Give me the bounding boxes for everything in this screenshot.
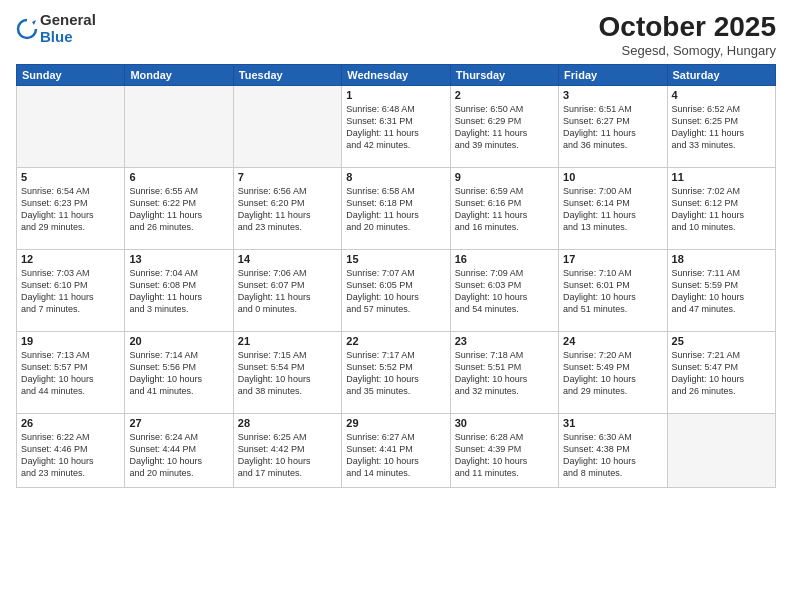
month-title: October 2025 <box>599 12 776 43</box>
day-info: Sunrise: 7:07 AMSunset: 6:05 PMDaylight:… <box>346 267 445 316</box>
table-row: 31Sunrise: 6:30 AMSunset: 4:38 PMDayligh… <box>559 413 667 487</box>
table-row: 7Sunrise: 6:56 AMSunset: 6:20 PMDaylight… <box>233 167 341 249</box>
table-row: 14Sunrise: 7:06 AMSunset: 6:07 PMDayligh… <box>233 249 341 331</box>
table-row: 3Sunrise: 6:51 AMSunset: 6:27 PMDaylight… <box>559 85 667 167</box>
col-wednesday: Wednesday <box>342 64 450 85</box>
day-info: Sunrise: 6:27 AMSunset: 4:41 PMDaylight:… <box>346 431 445 480</box>
table-row <box>667 413 775 487</box>
day-info: Sunrise: 7:06 AMSunset: 6:07 PMDaylight:… <box>238 267 337 316</box>
table-row: 21Sunrise: 7:15 AMSunset: 5:54 PMDayligh… <box>233 331 341 413</box>
day-info: Sunrise: 7:20 AMSunset: 5:49 PMDaylight:… <box>563 349 662 398</box>
calendar-week-row: 1Sunrise: 6:48 AMSunset: 6:31 PMDaylight… <box>17 85 776 167</box>
day-number: 21 <box>238 335 337 347</box>
page: General Blue October 2025 Segesd, Somogy… <box>0 0 792 612</box>
col-friday: Friday <box>559 64 667 85</box>
day-number: 31 <box>563 417 662 429</box>
table-row: 24Sunrise: 7:20 AMSunset: 5:49 PMDayligh… <box>559 331 667 413</box>
day-number: 2 <box>455 89 554 101</box>
table-row: 25Sunrise: 7:21 AMSunset: 5:47 PMDayligh… <box>667 331 775 413</box>
day-info: Sunrise: 7:09 AMSunset: 6:03 PMDaylight:… <box>455 267 554 316</box>
table-row: 26Sunrise: 6:22 AMSunset: 4:46 PMDayligh… <box>17 413 125 487</box>
day-info: Sunrise: 7:03 AMSunset: 6:10 PMDaylight:… <box>21 267 120 316</box>
table-row: 2Sunrise: 6:50 AMSunset: 6:29 PMDaylight… <box>450 85 558 167</box>
calendar-week-row: 26Sunrise: 6:22 AMSunset: 4:46 PMDayligh… <box>17 413 776 487</box>
day-info: Sunrise: 7:11 AMSunset: 5:59 PMDaylight:… <box>672 267 771 316</box>
table-row: 13Sunrise: 7:04 AMSunset: 6:08 PMDayligh… <box>125 249 233 331</box>
day-info: Sunrise: 7:10 AMSunset: 6:01 PMDaylight:… <box>563 267 662 316</box>
day-number: 28 <box>238 417 337 429</box>
day-number: 29 <box>346 417 445 429</box>
day-info: Sunrise: 7:14 AMSunset: 5:56 PMDaylight:… <box>129 349 228 398</box>
day-number: 17 <box>563 253 662 265</box>
logo-general-text: General <box>40 12 96 29</box>
table-row: 1Sunrise: 6:48 AMSunset: 6:31 PMDaylight… <box>342 85 450 167</box>
table-row: 23Sunrise: 7:18 AMSunset: 5:51 PMDayligh… <box>450 331 558 413</box>
calendar-header-row: Sunday Monday Tuesday Wednesday Thursday… <box>17 64 776 85</box>
day-number: 20 <box>129 335 228 347</box>
day-number: 1 <box>346 89 445 101</box>
day-info: Sunrise: 7:15 AMSunset: 5:54 PMDaylight:… <box>238 349 337 398</box>
calendar-week-row: 5Sunrise: 6:54 AMSunset: 6:23 PMDaylight… <box>17 167 776 249</box>
day-number: 3 <box>563 89 662 101</box>
day-info: Sunrise: 6:48 AMSunset: 6:31 PMDaylight:… <box>346 103 445 152</box>
day-number: 11 <box>672 171 771 183</box>
day-info: Sunrise: 7:18 AMSunset: 5:51 PMDaylight:… <box>455 349 554 398</box>
day-info: Sunrise: 6:59 AMSunset: 6:16 PMDaylight:… <box>455 185 554 234</box>
table-row: 4Sunrise: 6:52 AMSunset: 6:25 PMDaylight… <box>667 85 775 167</box>
day-number: 9 <box>455 171 554 183</box>
table-row <box>233 85 341 167</box>
col-monday: Monday <box>125 64 233 85</box>
day-number: 15 <box>346 253 445 265</box>
table-row: 20Sunrise: 7:14 AMSunset: 5:56 PMDayligh… <box>125 331 233 413</box>
col-saturday: Saturday <box>667 64 775 85</box>
day-info: Sunrise: 7:13 AMSunset: 5:57 PMDaylight:… <box>21 349 120 398</box>
day-info: Sunrise: 6:28 AMSunset: 4:39 PMDaylight:… <box>455 431 554 480</box>
day-number: 8 <box>346 171 445 183</box>
day-number: 14 <box>238 253 337 265</box>
table-row: 5Sunrise: 6:54 AMSunset: 6:23 PMDaylight… <box>17 167 125 249</box>
day-number: 13 <box>129 253 228 265</box>
table-row: 18Sunrise: 7:11 AMSunset: 5:59 PMDayligh… <box>667 249 775 331</box>
day-number: 22 <box>346 335 445 347</box>
table-row <box>17 85 125 167</box>
day-info: Sunrise: 6:22 AMSunset: 4:46 PMDaylight:… <box>21 431 120 480</box>
title-block: October 2025 Segesd, Somogy, Hungary <box>599 12 776 58</box>
day-number: 5 <box>21 171 120 183</box>
table-row: 15Sunrise: 7:07 AMSunset: 6:05 PMDayligh… <box>342 249 450 331</box>
day-info: Sunrise: 7:04 AMSunset: 6:08 PMDaylight:… <box>129 267 228 316</box>
day-info: Sunrise: 6:24 AMSunset: 4:44 PMDaylight:… <box>129 431 228 480</box>
table-row: 12Sunrise: 7:03 AMSunset: 6:10 PMDayligh… <box>17 249 125 331</box>
day-number: 12 <box>21 253 120 265</box>
day-number: 27 <box>129 417 228 429</box>
day-number: 23 <box>455 335 554 347</box>
day-info: Sunrise: 7:00 AMSunset: 6:14 PMDaylight:… <box>563 185 662 234</box>
table-row: 29Sunrise: 6:27 AMSunset: 4:41 PMDayligh… <box>342 413 450 487</box>
day-info: Sunrise: 6:50 AMSunset: 6:29 PMDaylight:… <box>455 103 554 152</box>
header: General Blue October 2025 Segesd, Somogy… <box>16 12 776 58</box>
day-number: 10 <box>563 171 662 183</box>
day-info: Sunrise: 7:21 AMSunset: 5:47 PMDaylight:… <box>672 349 771 398</box>
table-row: 16Sunrise: 7:09 AMSunset: 6:03 PMDayligh… <box>450 249 558 331</box>
logo-blue-text: Blue <box>40 29 96 46</box>
day-info: Sunrise: 6:25 AMSunset: 4:42 PMDaylight:… <box>238 431 337 480</box>
calendar-table: Sunday Monday Tuesday Wednesday Thursday… <box>16 64 776 488</box>
subtitle: Segesd, Somogy, Hungary <box>599 43 776 58</box>
table-row: 6Sunrise: 6:55 AMSunset: 6:22 PMDaylight… <box>125 167 233 249</box>
table-row: 19Sunrise: 7:13 AMSunset: 5:57 PMDayligh… <box>17 331 125 413</box>
day-number: 6 <box>129 171 228 183</box>
day-info: Sunrise: 6:54 AMSunset: 6:23 PMDaylight:… <box>21 185 120 234</box>
day-number: 25 <box>672 335 771 347</box>
day-number: 24 <box>563 335 662 347</box>
day-info: Sunrise: 7:17 AMSunset: 5:52 PMDaylight:… <box>346 349 445 398</box>
day-number: 30 <box>455 417 554 429</box>
col-tuesday: Tuesday <box>233 64 341 85</box>
table-row: 8Sunrise: 6:58 AMSunset: 6:18 PMDaylight… <box>342 167 450 249</box>
table-row: 11Sunrise: 7:02 AMSunset: 6:12 PMDayligh… <box>667 167 775 249</box>
col-thursday: Thursday <box>450 64 558 85</box>
calendar-week-row: 19Sunrise: 7:13 AMSunset: 5:57 PMDayligh… <box>17 331 776 413</box>
day-number: 4 <box>672 89 771 101</box>
day-number: 16 <box>455 253 554 265</box>
logo-icon <box>16 18 38 40</box>
day-info: Sunrise: 6:30 AMSunset: 4:38 PMDaylight:… <box>563 431 662 480</box>
logo-text: General Blue <box>40 12 96 45</box>
